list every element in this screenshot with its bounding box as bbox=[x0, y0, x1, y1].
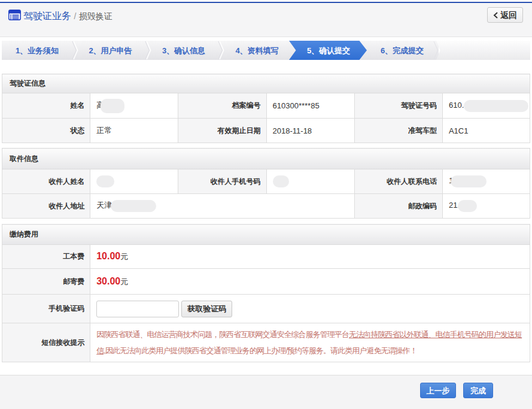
svg-text:2、用户申告: 2、用户申告 bbox=[89, 46, 132, 55]
svg-text:5、确认提交: 5、确认提交 bbox=[307, 46, 350, 55]
svg-text:4、资料填写: 4、资料填写 bbox=[235, 46, 278, 55]
svg-text:1、业务须知: 1、业务须知 bbox=[16, 46, 59, 55]
svg-text:6、完成提交: 6、完成提交 bbox=[381, 46, 424, 55]
svg-text:3、确认信息: 3、确认信息 bbox=[162, 46, 205, 55]
